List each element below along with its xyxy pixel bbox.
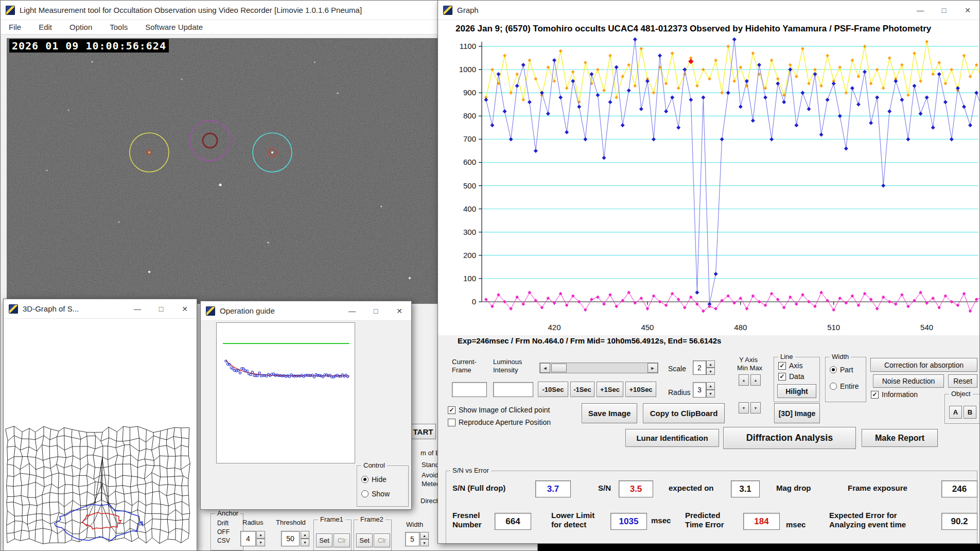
frame2-set-button[interactable]: Set xyxy=(356,533,373,547)
checkbox-box: ✓ xyxy=(778,373,786,381)
scrollbar-right-icon[interactable]: ► xyxy=(647,363,658,373)
object-a-button[interactable]: A xyxy=(949,406,962,419)
make-report-button[interactable]: Make Report xyxy=(862,429,938,447)
expected-error-label-2: Analyzing event time xyxy=(829,521,906,529)
spin-up-icon[interactable]: ▲ xyxy=(706,382,715,390)
chart-panel: 2026 Jan 9; (6570) Tomohiro occults UCAC… xyxy=(438,20,979,335)
show-image-checkbox[interactable]: ✓ Show Image of Clicked point xyxy=(448,406,550,414)
menu-software-update[interactable]: Software Update xyxy=(145,23,203,31)
diffraction-analysis-button[interactable]: Diffraction Analysis xyxy=(723,427,856,449)
scale-value[interactable]: 2 xyxy=(693,360,706,375)
spin-down-icon[interactable]: ▼ xyxy=(256,539,265,546)
part-radio[interactable]: Part xyxy=(830,366,853,374)
yaxis-max-up-icon[interactable]: ▲ xyxy=(750,374,761,386)
close-icon[interactable]: ✕ xyxy=(173,299,197,318)
graph-radius-value[interactable]: 3 xyxy=(693,382,706,398)
axis-checkbox[interactable]: ✓ Axis xyxy=(778,361,802,370)
current-frame-input[interactable] xyxy=(452,382,487,397)
close-icon[interactable]: ✕ xyxy=(956,1,979,20)
information-checkbox[interactable]: ✓ Information xyxy=(871,390,918,399)
frame1-clr-button[interactable]: Clr xyxy=(334,533,350,547)
maximize-icon[interactable]: □ xyxy=(932,1,956,20)
data-checkbox[interactable]: ✓ Data xyxy=(778,372,804,381)
checkbox-box xyxy=(448,419,456,426)
yaxis-max-down-icon[interactable]: ▼ xyxy=(750,402,761,414)
spin-up-icon[interactable]: ▲ xyxy=(706,360,715,368)
spin-down-icon[interactable]: ▼ xyxy=(301,539,309,546)
drift-csv-option[interactable]: CSV xyxy=(217,537,230,545)
graph-radius-spinner[interactable]: ▲ ▼ xyxy=(706,382,715,398)
plus-10sec-button[interactable]: +10Sec xyxy=(625,382,656,397)
guide-titlebar[interactable]: Operation guide — □ ✕ xyxy=(201,301,411,321)
limovie-app-icon xyxy=(6,6,15,15)
spin-down-icon[interactable]: ▼ xyxy=(706,390,715,398)
spin-up-icon[interactable]: ▲ xyxy=(420,532,429,539)
menu-edit[interactable]: Edit xyxy=(39,23,52,31)
current-frame-label-2: Frame xyxy=(452,366,471,374)
lunar-identification-button[interactable]: Lunar Identification xyxy=(625,429,719,447)
copy-clipboard-button[interactable]: Copy to ClipBoard xyxy=(643,403,725,423)
checkbox-box: ✓ xyxy=(871,391,879,399)
scrollbar-thumb[interactable] xyxy=(551,364,567,372)
guide-window-title: Operation guide xyxy=(220,306,275,315)
limovie-app-icon xyxy=(443,6,452,15)
show-radio[interactable]: Show xyxy=(361,490,390,498)
spin-up-icon[interactable]: ▲ xyxy=(301,531,309,539)
minus-10sec-button[interactable]: -10Sec xyxy=(538,382,568,397)
radio-dot xyxy=(830,383,837,390)
radius-spinner[interactable]: ▲ ▼ xyxy=(256,531,265,546)
threshold-value[interactable]: 50 xyxy=(281,531,300,546)
reproduce-aperture-checkbox[interactable]: Reproduce Aperture Position xyxy=(448,418,551,426)
scrollbar-left-icon[interactable]: ◄ xyxy=(540,363,550,373)
minimize-icon[interactable]: — xyxy=(340,301,364,320)
menu-option[interactable]: Option xyxy=(69,23,92,31)
minus-1sec-button[interactable]: -1Sec xyxy=(570,382,594,397)
noise-reduction-button[interactable]: Noise Reduction xyxy=(873,374,944,388)
data-checkbox-label: Data xyxy=(789,372,804,381)
predicted-label-1: Predicted xyxy=(685,511,720,520)
frame2-clr-button[interactable]: Clr xyxy=(374,533,390,547)
maximize-icon[interactable]: □ xyxy=(364,301,388,320)
graph-titlebar[interactable]: Graph — □ ✕ xyxy=(438,1,979,20)
width-spinner[interactable]: ▲ ▼ xyxy=(420,532,429,546)
hide-radio[interactable]: Hide xyxy=(361,475,387,484)
hilight-button[interactable]: Hilight xyxy=(777,384,816,398)
threshold-spinner[interactable]: ▲ ▼ xyxy=(301,531,309,546)
plus-1sec-button[interactable]: +1Sec xyxy=(597,382,623,397)
radio-dot xyxy=(361,476,369,483)
save-image-button[interactable]: Save Image xyxy=(582,403,637,423)
minimize-icon[interactable]: — xyxy=(908,1,932,20)
scale-spinner[interactable]: ▲ ▼ xyxy=(706,360,715,375)
frame-scrollbar[interactable]: ◄ ► xyxy=(539,363,658,373)
yaxis-min-down-icon[interactable]: ▼ xyxy=(739,402,749,414)
drift-off-option[interactable]: OFF xyxy=(217,528,230,536)
svg-text:400: 400 xyxy=(463,204,476,213)
maximize-icon[interactable]: □ xyxy=(149,299,173,318)
frame1-set-button[interactable]: Set xyxy=(316,533,332,547)
guide-plot xyxy=(217,323,355,463)
reset-button[interactable]: Reset xyxy=(948,374,977,388)
menu-tools[interactable]: Tools xyxy=(110,23,128,31)
radius-value[interactable]: 4 xyxy=(240,531,256,546)
start-button-fragment[interactable]: TART xyxy=(410,424,436,439)
yaxis-min-up-icon[interactable]: ▲ xyxy=(739,374,749,386)
object-b-button[interactable]: B xyxy=(964,406,976,419)
width-value[interactable]: 5 xyxy=(405,532,419,546)
gfx3d-window-title: 3D-Graph of S... xyxy=(23,304,79,313)
luminous-intensity-input[interactable] xyxy=(493,382,533,397)
light-curve-chart[interactable]: 0100200300400500600700800900100011004204… xyxy=(438,20,979,335)
spin-up-icon[interactable]: ▲ xyxy=(256,531,265,539)
svg-text:1100: 1100 xyxy=(460,42,476,50)
fragment-text-3: Avoid xyxy=(422,471,438,479)
spin-down-icon[interactable]: ▼ xyxy=(420,539,429,546)
svg-text:480: 480 xyxy=(734,323,747,332)
svg-text:900: 900 xyxy=(463,88,476,97)
spin-down-icon[interactable]: ▼ xyxy=(706,368,715,375)
correction-absorption-button[interactable]: Correction for absorption xyxy=(870,358,977,372)
gfx3d-titlebar[interactable]: 3D-Graph of S... — □ ✕ xyxy=(4,299,197,319)
3d-image-button[interactable]: [3D] Image xyxy=(774,403,820,423)
entire-radio[interactable]: Entire xyxy=(830,382,859,390)
close-icon[interactable]: ✕ xyxy=(388,301,411,320)
menu-file[interactable]: File xyxy=(9,23,21,31)
minimize-icon[interactable]: — xyxy=(126,299,149,318)
